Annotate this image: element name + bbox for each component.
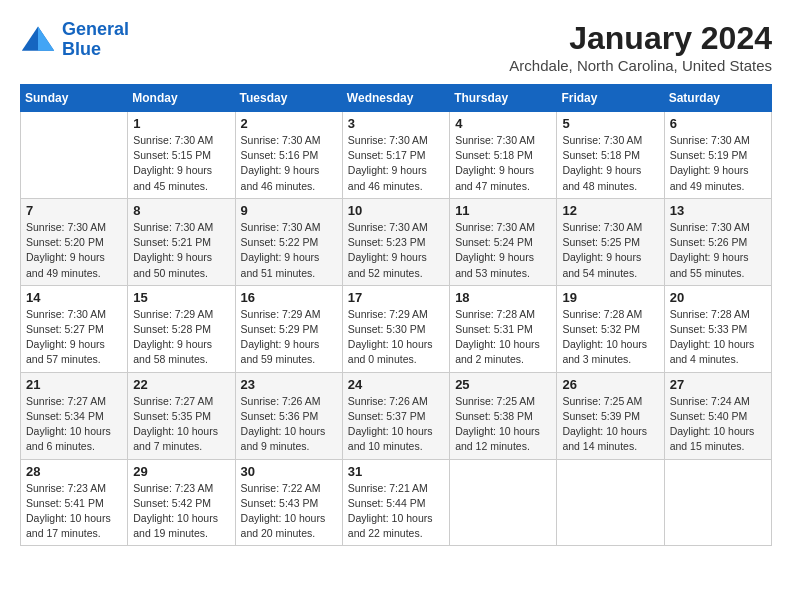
calendar-cell: 12 Sunrise: 7:30 AMSunset: 5:25 PMDaylig… xyxy=(557,198,664,285)
day-number: 16 xyxy=(241,290,337,305)
day-info: Sunrise: 7:30 AMSunset: 5:15 PMDaylight:… xyxy=(133,133,229,194)
day-number: 13 xyxy=(670,203,766,218)
calendar-cell: 16 Sunrise: 7:29 AMSunset: 5:29 PMDaylig… xyxy=(235,285,342,372)
day-number: 2 xyxy=(241,116,337,131)
calendar-table: SundayMondayTuesdayWednesdayThursdayFrid… xyxy=(20,84,772,546)
page-subtitle: Archdale, North Carolina, United States xyxy=(509,57,772,74)
calendar-cell: 19 Sunrise: 7:28 AMSunset: 5:32 PMDaylig… xyxy=(557,285,664,372)
day-info: Sunrise: 7:21 AMSunset: 5:44 PMDaylight:… xyxy=(348,481,444,542)
day-info: Sunrise: 7:27 AMSunset: 5:34 PMDaylight:… xyxy=(26,394,122,455)
svg-marker-1 xyxy=(38,26,54,50)
calendar-week-row: 1 Sunrise: 7:30 AMSunset: 5:15 PMDayligh… xyxy=(21,112,772,199)
day-info: Sunrise: 7:25 AMSunset: 5:38 PMDaylight:… xyxy=(455,394,551,455)
logo-icon xyxy=(20,22,56,58)
day-number: 8 xyxy=(133,203,229,218)
day-info: Sunrise: 7:23 AMSunset: 5:41 PMDaylight:… xyxy=(26,481,122,542)
day-number: 28 xyxy=(26,464,122,479)
calendar-cell: 25 Sunrise: 7:25 AMSunset: 5:38 PMDaylig… xyxy=(450,372,557,459)
day-number: 7 xyxy=(26,203,122,218)
calendar-cell: 17 Sunrise: 7:29 AMSunset: 5:30 PMDaylig… xyxy=(342,285,449,372)
calendar-cell: 31 Sunrise: 7:21 AMSunset: 5:44 PMDaylig… xyxy=(342,459,449,546)
day-info: Sunrise: 7:30 AMSunset: 5:25 PMDaylight:… xyxy=(562,220,658,281)
day-number: 9 xyxy=(241,203,337,218)
day-info: Sunrise: 7:30 AMSunset: 5:27 PMDaylight:… xyxy=(26,307,122,368)
calendar-cell xyxy=(664,459,771,546)
calendar-cell: 11 Sunrise: 7:30 AMSunset: 5:24 PMDaylig… xyxy=(450,198,557,285)
calendar-header-thursday: Thursday xyxy=(450,85,557,112)
day-info: Sunrise: 7:30 AMSunset: 5:20 PMDaylight:… xyxy=(26,220,122,281)
logo: General Blue xyxy=(20,20,129,60)
day-number: 12 xyxy=(562,203,658,218)
calendar-cell: 20 Sunrise: 7:28 AMSunset: 5:33 PMDaylig… xyxy=(664,285,771,372)
page-title: January 2024 xyxy=(509,20,772,57)
calendar-cell: 22 Sunrise: 7:27 AMSunset: 5:35 PMDaylig… xyxy=(128,372,235,459)
calendar-cell: 15 Sunrise: 7:29 AMSunset: 5:28 PMDaylig… xyxy=(128,285,235,372)
day-info: Sunrise: 7:29 AMSunset: 5:28 PMDaylight:… xyxy=(133,307,229,368)
calendar-cell: 6 Sunrise: 7:30 AMSunset: 5:19 PMDayligh… xyxy=(664,112,771,199)
day-info: Sunrise: 7:27 AMSunset: 5:35 PMDaylight:… xyxy=(133,394,229,455)
day-number: 19 xyxy=(562,290,658,305)
calendar-header-saturday: Saturday xyxy=(664,85,771,112)
calendar-cell: 27 Sunrise: 7:24 AMSunset: 5:40 PMDaylig… xyxy=(664,372,771,459)
day-info: Sunrise: 7:30 AMSunset: 5:18 PMDaylight:… xyxy=(562,133,658,194)
calendar-cell: 14 Sunrise: 7:30 AMSunset: 5:27 PMDaylig… xyxy=(21,285,128,372)
calendar-cell: 8 Sunrise: 7:30 AMSunset: 5:21 PMDayligh… xyxy=(128,198,235,285)
day-info: Sunrise: 7:26 AMSunset: 5:36 PMDaylight:… xyxy=(241,394,337,455)
calendar-header-sunday: Sunday xyxy=(21,85,128,112)
day-number: 18 xyxy=(455,290,551,305)
day-number: 29 xyxy=(133,464,229,479)
day-info: Sunrise: 7:29 AMSunset: 5:29 PMDaylight:… xyxy=(241,307,337,368)
calendar-cell: 23 Sunrise: 7:26 AMSunset: 5:36 PMDaylig… xyxy=(235,372,342,459)
calendar-header-monday: Monday xyxy=(128,85,235,112)
calendar-cell xyxy=(21,112,128,199)
day-number: 21 xyxy=(26,377,122,392)
day-info: Sunrise: 7:30 AMSunset: 5:24 PMDaylight:… xyxy=(455,220,551,281)
calendar-cell: 9 Sunrise: 7:30 AMSunset: 5:22 PMDayligh… xyxy=(235,198,342,285)
day-number: 26 xyxy=(562,377,658,392)
calendar-cell: 24 Sunrise: 7:26 AMSunset: 5:37 PMDaylig… xyxy=(342,372,449,459)
day-info: Sunrise: 7:30 AMSunset: 5:16 PMDaylight:… xyxy=(241,133,337,194)
calendar-cell: 28 Sunrise: 7:23 AMSunset: 5:41 PMDaylig… xyxy=(21,459,128,546)
calendar-cell: 7 Sunrise: 7:30 AMSunset: 5:20 PMDayligh… xyxy=(21,198,128,285)
day-number: 11 xyxy=(455,203,551,218)
calendar-cell: 5 Sunrise: 7:30 AMSunset: 5:18 PMDayligh… xyxy=(557,112,664,199)
day-info: Sunrise: 7:30 AMSunset: 5:19 PMDaylight:… xyxy=(670,133,766,194)
day-number: 22 xyxy=(133,377,229,392)
calendar-header-tuesday: Tuesday xyxy=(235,85,342,112)
day-info: Sunrise: 7:24 AMSunset: 5:40 PMDaylight:… xyxy=(670,394,766,455)
day-number: 15 xyxy=(133,290,229,305)
day-number: 4 xyxy=(455,116,551,131)
day-number: 27 xyxy=(670,377,766,392)
calendar-cell: 3 Sunrise: 7:30 AMSunset: 5:17 PMDayligh… xyxy=(342,112,449,199)
calendar-cell: 2 Sunrise: 7:30 AMSunset: 5:16 PMDayligh… xyxy=(235,112,342,199)
calendar-header-friday: Friday xyxy=(557,85,664,112)
day-number: 24 xyxy=(348,377,444,392)
day-info: Sunrise: 7:28 AMSunset: 5:33 PMDaylight:… xyxy=(670,307,766,368)
day-number: 3 xyxy=(348,116,444,131)
calendar-cell xyxy=(557,459,664,546)
day-info: Sunrise: 7:23 AMSunset: 5:42 PMDaylight:… xyxy=(133,481,229,542)
day-info: Sunrise: 7:25 AMSunset: 5:39 PMDaylight:… xyxy=(562,394,658,455)
day-number: 30 xyxy=(241,464,337,479)
calendar-cell: 21 Sunrise: 7:27 AMSunset: 5:34 PMDaylig… xyxy=(21,372,128,459)
calendar-cell: 18 Sunrise: 7:28 AMSunset: 5:31 PMDaylig… xyxy=(450,285,557,372)
day-info: Sunrise: 7:28 AMSunset: 5:32 PMDaylight:… xyxy=(562,307,658,368)
title-block: January 2024 Archdale, North Carolina, U… xyxy=(509,20,772,74)
calendar-cell: 10 Sunrise: 7:30 AMSunset: 5:23 PMDaylig… xyxy=(342,198,449,285)
day-info: Sunrise: 7:28 AMSunset: 5:31 PMDaylight:… xyxy=(455,307,551,368)
calendar-cell: 1 Sunrise: 7:30 AMSunset: 5:15 PMDayligh… xyxy=(128,112,235,199)
calendar-header-row: SundayMondayTuesdayWednesdayThursdayFrid… xyxy=(21,85,772,112)
day-info: Sunrise: 7:26 AMSunset: 5:37 PMDaylight:… xyxy=(348,394,444,455)
day-number: 10 xyxy=(348,203,444,218)
calendar-cell: 26 Sunrise: 7:25 AMSunset: 5:39 PMDaylig… xyxy=(557,372,664,459)
calendar-cell: 30 Sunrise: 7:22 AMSunset: 5:43 PMDaylig… xyxy=(235,459,342,546)
calendar-week-row: 7 Sunrise: 7:30 AMSunset: 5:20 PMDayligh… xyxy=(21,198,772,285)
calendar-cell xyxy=(450,459,557,546)
calendar-week-row: 21 Sunrise: 7:27 AMSunset: 5:34 PMDaylig… xyxy=(21,372,772,459)
day-info: Sunrise: 7:29 AMSunset: 5:30 PMDaylight:… xyxy=(348,307,444,368)
day-info: Sunrise: 7:30 AMSunset: 5:22 PMDaylight:… xyxy=(241,220,337,281)
day-info: Sunrise: 7:30 AMSunset: 5:26 PMDaylight:… xyxy=(670,220,766,281)
calendar-cell: 29 Sunrise: 7:23 AMSunset: 5:42 PMDaylig… xyxy=(128,459,235,546)
day-info: Sunrise: 7:22 AMSunset: 5:43 PMDaylight:… xyxy=(241,481,337,542)
header: General Blue January 2024 Archdale, Nort… xyxy=(20,20,772,74)
